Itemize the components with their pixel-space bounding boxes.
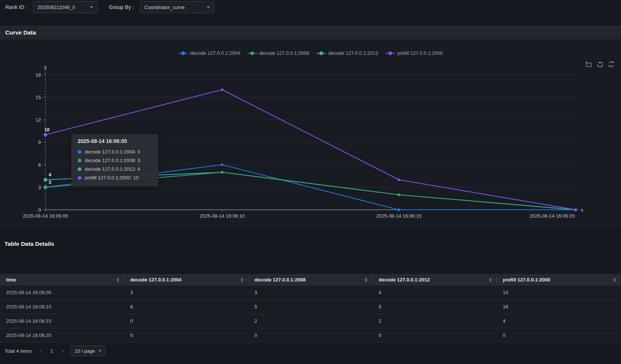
column-header-0[interactable]: time [0,274,124,286]
legend-item-2[interactable]: decode 127.0.0.1:2012 [316,50,378,56]
svg-text:6: 6 [38,162,41,168]
cell-value: 0 [373,328,497,342]
legend-item-3[interactable]: prefill 127.0.0.1:2000 [385,50,443,56]
cell-value: 5 [248,300,373,314]
legend-label: decode 127.0.0.1:2008 [259,50,309,56]
cell-value: 3 [248,286,373,299]
cell-value: 0 [248,328,373,342]
svg-text:18: 18 [36,72,41,78]
cell-value: 16 [497,300,621,314]
page-number-1[interactable]: 1 [48,347,56,355]
table-header-row: timedecode 127.0.0.1:2004decode 127.0.0.… [0,274,621,286]
column-header-label: time [6,277,16,283]
cell-time: 2025-08-14 16:06:15 [0,314,124,328]
series-dot-icon [78,167,81,171]
svg-text:x: x [581,207,583,213]
svg-text:10: 10 [44,127,50,132]
cell-time: 2025-08-14 16:06:20 [0,328,124,342]
tooltip-series-row: decode 127.0.0.1:2008: 3 [78,156,152,165]
svg-text:2025-08-14 16:06:10: 2025-08-14 16:06:10 [200,213,245,219]
curve-chart-panel: 0369121518yx2025-08-14 16:06:052025-08-1… [0,39,621,228]
series-dot-icon [78,150,81,154]
restore-icon[interactable] [607,60,615,68]
chart-legend: decode 127.0.0.1:2004decode 127.0.0.1:20… [0,50,621,56]
legend-label: prefill 127.0.0.1:2000 [397,50,443,56]
svg-text:9: 9 [38,140,41,145]
tooltip-series-value: decode 127.0.0.1:2004: 3 [85,149,140,155]
table-section-title: Table Data Details [5,241,54,247]
pagination: Total 4 items ‹ 1 › 10 / page [5,345,105,357]
cell-value: 2 [373,314,497,328]
sorter-icon [489,278,492,282]
sorter-icon [613,278,616,282]
table-row: 2025-08-14 16:06:200000 [0,328,621,343]
column-header-label: decode 127.0.0.1:2008 [254,277,306,283]
tooltip-series-value: decode 127.0.0.1:2008: 3 [85,158,140,163]
cell-value: 6 [124,300,248,314]
legend-item-0[interactable]: decode 127.0.0.1:2004 [178,50,240,56]
svg-text:3: 3 [38,185,41,190]
legend-marker-icon [316,51,326,56]
column-header-2[interactable]: decode 127.0.0.1:2008 [248,274,373,286]
tooltip-series-value: decode 127.0.0.1:2012: 4 [85,166,140,172]
tooltip-title: 2025-08-14 16:06:05 [78,138,152,144]
curve-data-title: Curve Data [5,29,36,36]
svg-text:4: 4 [49,172,51,177]
svg-text:12: 12 [36,117,41,123]
cell-value: 4 [497,314,621,328]
chevron-down-icon [207,6,210,8]
zoom-reset-icon[interactable] [596,60,604,68]
legend-item-1[interactable]: decode 127.0.0.1:2008 [247,50,309,56]
group-by-select[interactable]: Coordinator_curve [140,1,214,13]
pagination-total: Total 4 items [5,348,32,354]
column-header-3[interactable]: decode 127.0.0.1:2012 [373,274,497,286]
column-header-4[interactable]: prefill 127.0.0.1:2000 [497,274,621,286]
svg-text:0: 0 [38,207,41,213]
svg-text:y: y [44,64,47,70]
rank-id-label: Rank ID : [5,4,27,10]
column-header-label: decode 127.0.0.1:2004 [130,277,182,283]
prev-page-button[interactable]: ‹ [36,347,45,355]
legend-marker-icon [178,51,188,56]
svg-text:15: 15 [36,95,41,100]
tooltip-rows: decode 127.0.0.1:2004: 3decode 127.0.0.1… [78,147,152,182]
group-by-value: Coordinator_curve [144,5,185,10]
chevron-down-icon [99,350,102,352]
legend-label: decode 127.0.0.1:2004 [190,50,240,56]
cell-value: 5 [373,300,497,314]
cell-time: 2025-08-14 16:06:10 [0,300,124,314]
column-header-label: decode 127.0.0.1:2012 [379,277,430,283]
page-size-select[interactable]: 10 / page [70,346,105,356]
table-row: 2025-08-14 16:06:1065516 [0,300,621,314]
series-dot-icon [78,176,81,180]
chevron-down-icon [90,6,93,8]
data-zoom-icon[interactable] [585,60,592,68]
tooltip-series-row: decode 127.0.0.1:2004: 3 [78,147,152,156]
legend-label: decode 127.0.0.1:2012 [328,50,378,56]
filter-bar: Rank ID : 202508211049_0 Group By : Coor… [0,0,621,26]
svg-text:2025-08-14 16:06:20: 2025-08-14 16:06:20 [529,213,575,219]
group-by-label: Group By : [109,4,134,10]
cell-value: 4 [373,286,497,299]
cell-value: 2 [248,314,373,328]
table-row: 2025-08-14 16:06:0533410 [0,286,621,300]
table-body: 2025-08-14 16:06:05334102025-08-14 16:06… [0,286,621,343]
cell-value: 3 [124,286,248,299]
next-page-button[interactable]: › [59,347,67,355]
data-table: timedecode 127.0.0.1:2004decode 127.0.0.… [0,274,621,343]
sorter-icon [116,278,119,282]
svg-text:2025-08-14 16:06:15: 2025-08-14 16:06:15 [376,213,422,219]
series-dot-icon [78,159,81,162]
svg-text:3: 3 [49,180,51,185]
cell-time: 2025-08-14 16:06:05 [0,286,124,299]
column-header-1[interactable]: decode 127.0.0.1:2004 [124,274,248,286]
rank-id-value: 202508211049_0 [38,5,75,10]
tooltip-series-row: prefill 127.0.0.1:2000: 10 [78,173,152,182]
cell-value: 0 [124,314,248,328]
legend-marker-icon [247,51,257,56]
sorter-icon [241,278,244,282]
curve-data-header-bar: Curve Data [0,26,621,39]
rank-id-select[interactable]: 202508211049_0 [33,1,98,13]
chart-tooltip: 2025-08-14 16:06:05 decode 127.0.0.1:200… [71,134,158,187]
sorter-icon [365,278,368,282]
